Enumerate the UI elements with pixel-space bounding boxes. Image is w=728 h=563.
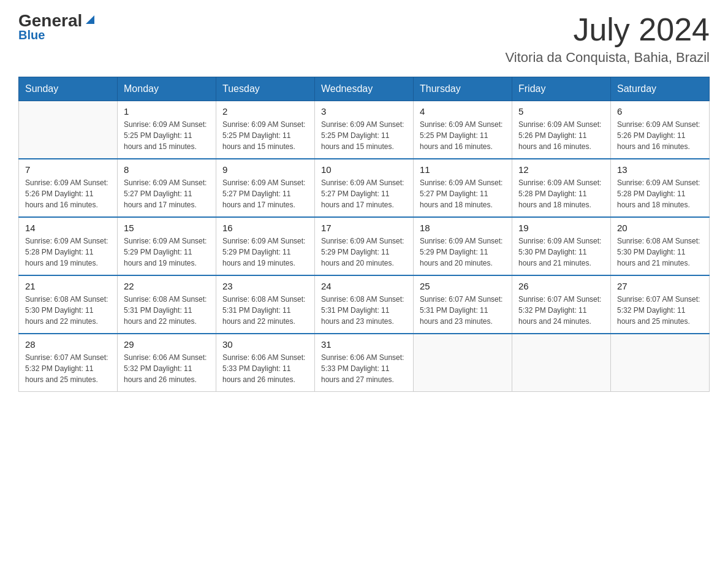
day-number: 9 [222, 164, 308, 175]
day-info: Sunrise: 6:09 AM Sunset: 5:27 PM Dayligh… [420, 177, 506, 210]
calendar-cell: 19Sunrise: 6:09 AM Sunset: 5:30 PM Dayli… [512, 217, 611, 275]
calendar-cell: 7Sunrise: 6:09 AM Sunset: 5:26 PM Daylig… [19, 159, 118, 217]
day-number: 30 [222, 339, 308, 350]
calendar-cell: 9Sunrise: 6:09 AM Sunset: 5:27 PM Daylig… [216, 159, 315, 217]
day-info: Sunrise: 6:06 AM Sunset: 5:32 PM Dayligh… [124, 352, 210, 385]
title-block: July 2024 Vitoria da Conquista, Bahia, B… [506, 12, 710, 66]
calendar-cell: 3Sunrise: 6:09 AM Sunset: 5:25 PM Daylig… [315, 101, 414, 159]
day-info: Sunrise: 6:09 AM Sunset: 5:26 PM Dayligh… [617, 119, 703, 152]
calendar-cell: 28Sunrise: 6:07 AM Sunset: 5:32 PM Dayli… [19, 334, 118, 392]
logo-general-text: General [18, 12, 82, 29]
page-header: General Blue July 2024 Vitoria da Conqui… [18, 12, 710, 66]
calendar-cell [414, 334, 512, 392]
calendar-cell: 23Sunrise: 6:08 AM Sunset: 5:31 PM Dayli… [216, 275, 315, 334]
calendar-cell: 8Sunrise: 6:09 AM Sunset: 5:27 PM Daylig… [118, 159, 216, 217]
day-number: 1 [124, 106, 210, 117]
calendar-cell: 29Sunrise: 6:06 AM Sunset: 5:32 PM Dayli… [118, 334, 216, 392]
day-number: 14 [25, 223, 111, 233]
calendar-cell: 24Sunrise: 6:08 AM Sunset: 5:31 PM Dayli… [315, 275, 414, 334]
day-info: Sunrise: 6:09 AM Sunset: 5:30 PM Dayligh… [518, 236, 604, 269]
calendar-cell: 27Sunrise: 6:07 AM Sunset: 5:32 PM Dayli… [611, 275, 710, 334]
header-friday: Friday [512, 77, 611, 101]
calendar-table: Sunday Monday Tuesday Wednesday Thursday… [18, 77, 710, 392]
header-thursday: Thursday [414, 77, 512, 101]
day-info: Sunrise: 6:07 AM Sunset: 5:31 PM Dayligh… [420, 294, 506, 327]
calendar-cell: 1Sunrise: 6:09 AM Sunset: 5:25 PM Daylig… [118, 101, 216, 159]
day-info: Sunrise: 6:09 AM Sunset: 5:29 PM Dayligh… [321, 236, 407, 269]
calendar-cell: 25Sunrise: 6:07 AM Sunset: 5:31 PM Dayli… [414, 275, 512, 334]
calendar-cell: 10Sunrise: 6:09 AM Sunset: 5:27 PM Dayli… [315, 159, 414, 217]
day-number: 18 [420, 223, 506, 233]
calendar-cell: 5Sunrise: 6:09 AM Sunset: 5:26 PM Daylig… [512, 101, 611, 159]
day-info: Sunrise: 6:09 AM Sunset: 5:29 PM Dayligh… [420, 236, 506, 269]
day-number: 12 [518, 164, 604, 175]
logo-triangle-icon [83, 13, 97, 26]
day-info: Sunrise: 6:09 AM Sunset: 5:27 PM Dayligh… [124, 177, 210, 210]
calendar-week-row: 28Sunrise: 6:07 AM Sunset: 5:32 PM Dayli… [19, 334, 710, 392]
calendar-cell: 18Sunrise: 6:09 AM Sunset: 5:29 PM Dayli… [414, 217, 512, 275]
day-info: Sunrise: 6:09 AM Sunset: 5:27 PM Dayligh… [222, 177, 308, 210]
day-info: Sunrise: 6:08 AM Sunset: 5:30 PM Dayligh… [25, 294, 111, 327]
calendar-cell: 13Sunrise: 6:09 AM Sunset: 5:28 PM Dayli… [611, 159, 710, 217]
day-info: Sunrise: 6:08 AM Sunset: 5:31 PM Dayligh… [124, 294, 210, 327]
day-number: 28 [25, 339, 111, 350]
calendar-week-row: 14Sunrise: 6:09 AM Sunset: 5:28 PM Dayli… [19, 217, 710, 275]
calendar-cell [19, 101, 118, 159]
day-number: 19 [518, 223, 604, 233]
day-number: 11 [420, 164, 506, 175]
header-wednesday: Wednesday [315, 77, 414, 101]
day-number: 8 [124, 164, 210, 175]
calendar-cell: 4Sunrise: 6:09 AM Sunset: 5:25 PM Daylig… [414, 101, 512, 159]
day-number: 5 [518, 106, 604, 117]
day-info: Sunrise: 6:09 AM Sunset: 5:25 PM Dayligh… [321, 119, 407, 152]
day-number: 29 [124, 339, 210, 350]
day-number: 31 [321, 339, 407, 350]
day-info: Sunrise: 6:09 AM Sunset: 5:28 PM Dayligh… [518, 177, 604, 210]
day-number: 20 [617, 223, 703, 233]
svg-marker-0 [86, 15, 94, 24]
day-info: Sunrise: 6:09 AM Sunset: 5:26 PM Dayligh… [25, 177, 111, 210]
calendar-cell: 17Sunrise: 6:09 AM Sunset: 5:29 PM Dayli… [315, 217, 414, 275]
calendar-cell [611, 334, 710, 392]
location-subtitle: Vitoria da Conquista, Bahia, Brazil [506, 50, 710, 66]
header-tuesday: Tuesday [216, 77, 315, 101]
day-info: Sunrise: 6:09 AM Sunset: 5:28 PM Dayligh… [617, 177, 703, 210]
header-monday: Monday [118, 77, 216, 101]
day-info: Sunrise: 6:08 AM Sunset: 5:31 PM Dayligh… [321, 294, 407, 327]
calendar-cell: 26Sunrise: 6:07 AM Sunset: 5:32 PM Dayli… [512, 275, 611, 334]
day-info: Sunrise: 6:09 AM Sunset: 5:26 PM Dayligh… [518, 119, 604, 152]
day-number: 4 [420, 106, 506, 117]
day-number: 24 [321, 281, 407, 291]
day-number: 10 [321, 164, 407, 175]
calendar-cell [512, 334, 611, 392]
day-info: Sunrise: 6:07 AM Sunset: 5:32 PM Dayligh… [25, 352, 111, 385]
day-number: 16 [222, 223, 308, 233]
calendar-week-row: 7Sunrise: 6:09 AM Sunset: 5:26 PM Daylig… [19, 159, 710, 217]
calendar-cell: 22Sunrise: 6:08 AM Sunset: 5:31 PM Dayli… [118, 275, 216, 334]
day-number: 2 [222, 106, 308, 117]
logo: General Blue [18, 12, 97, 42]
header-saturday: Saturday [611, 77, 710, 101]
day-number: 6 [617, 106, 703, 117]
calendar-header-row: Sunday Monday Tuesday Wednesday Thursday… [19, 77, 710, 101]
calendar-cell: 15Sunrise: 6:09 AM Sunset: 5:29 PM Dayli… [118, 217, 216, 275]
day-info: Sunrise: 6:09 AM Sunset: 5:28 PM Dayligh… [25, 236, 111, 269]
day-info: Sunrise: 6:07 AM Sunset: 5:32 PM Dayligh… [518, 294, 604, 327]
day-info: Sunrise: 6:06 AM Sunset: 5:33 PM Dayligh… [222, 352, 308, 385]
logo-blue-text: Blue [18, 28, 45, 42]
day-number: 26 [518, 281, 604, 291]
calendar-cell: 6Sunrise: 6:09 AM Sunset: 5:26 PM Daylig… [611, 101, 710, 159]
day-info: Sunrise: 6:09 AM Sunset: 5:25 PM Dayligh… [222, 119, 308, 152]
calendar-cell: 2Sunrise: 6:09 AM Sunset: 5:25 PM Daylig… [216, 101, 315, 159]
day-number: 22 [124, 281, 210, 291]
day-number: 3 [321, 106, 407, 117]
calendar-cell: 11Sunrise: 6:09 AM Sunset: 5:27 PM Dayli… [414, 159, 512, 217]
day-number: 27 [617, 281, 703, 291]
day-info: Sunrise: 6:08 AM Sunset: 5:31 PM Dayligh… [222, 294, 308, 327]
calendar-cell: 30Sunrise: 6:06 AM Sunset: 5:33 PM Dayli… [216, 334, 315, 392]
calendar-week-row: 1Sunrise: 6:09 AM Sunset: 5:25 PM Daylig… [19, 101, 710, 159]
calendar-cell: 20Sunrise: 6:08 AM Sunset: 5:30 PM Dayli… [611, 217, 710, 275]
day-number: 13 [617, 164, 703, 175]
calendar-week-row: 21Sunrise: 6:08 AM Sunset: 5:30 PM Dayli… [19, 275, 710, 334]
day-number: 25 [420, 281, 506, 291]
